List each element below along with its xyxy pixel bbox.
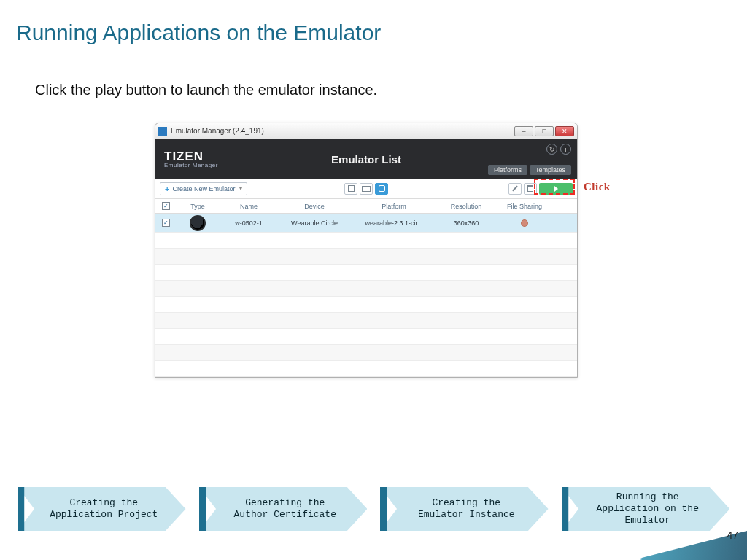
play-icon (554, 186, 558, 192)
create-label: Create New Emulator (172, 185, 235, 192)
col-platform: Platform (351, 199, 437, 213)
footer-decoration (557, 531, 747, 560)
table-row[interactable]: ✓ w-0502-1 Wearable Circle wearable-2.3.… (155, 214, 577, 233)
play-button[interactable] (539, 183, 573, 195)
toolbar: + Create New Emulator ▾ (155, 179, 577, 199)
page-number: 47 (727, 529, 738, 541)
tab-platforms[interactable]: Platforms (488, 165, 527, 175)
app-icon (158, 127, 167, 136)
process-strip: Creating the Application Project Generat… (18, 487, 729, 531)
app-header: TIZEN Emulator Manager Emulator List ↻ i… (155, 139, 577, 179)
cell-device: Wearable Circle (278, 219, 351, 227)
process-step-3: Creating the Emulator Instance (380, 487, 549, 531)
table-row (155, 361, 577, 377)
table-row (155, 345, 577, 361)
cell-name: w-0502-1 (220, 219, 278, 227)
svg-rect-1 (18, 487, 24, 531)
table-row (155, 265, 577, 281)
col-file-sharing: File Sharing (495, 199, 554, 213)
cell-platform: wearable-2.3.1-cir... (351, 219, 437, 227)
layout-rounded-icon[interactable] (375, 183, 388, 195)
svg-rect-5 (380, 487, 387, 531)
col-resolution: Resolution (437, 199, 495, 213)
process-step-2: Generating the Author Certificate (199, 487, 368, 531)
col-check: ✓ (155, 199, 176, 213)
table-row (155, 329, 577, 345)
table-row (155, 281, 577, 297)
refresh-icon[interactable]: ↻ (546, 144, 557, 155)
table-row (155, 313, 577, 329)
brand: TIZEN Emulator Manager (164, 150, 218, 168)
svg-rect-7 (562, 487, 568, 531)
layout-portrait-icon[interactable] (344, 183, 357, 195)
window-maximize-button[interactable]: □ (535, 126, 554, 136)
window-titlebar: Emulator Manager (2.4_191) – □ ✕ (155, 123, 577, 139)
window-title: Emulator Manager (2.4_191) (171, 127, 514, 135)
layout-landscape-icon[interactable] (360, 183, 373, 195)
file-sharing-indicator-icon (521, 219, 528, 227)
table-row (155, 297, 577, 313)
process-step-label: Creating the Emulator Instance (400, 497, 528, 521)
watch-device-icon (190, 215, 206, 231)
dropdown-icon: ▾ (239, 185, 242, 192)
emulator-manager-window: Emulator Manager (2.4_191) – □ ✕ TIZEN E… (155, 122, 578, 378)
process-step-4: Running the Application on the Emulator (562, 487, 730, 531)
column-header-row: ✓ Type Name Device Platform Resolution F… (155, 199, 577, 214)
table-row (155, 233, 577, 249)
row-checkbox[interactable]: ✓ (162, 219, 170, 227)
slide-instruction: Click the play button to launch the emul… (35, 82, 377, 98)
click-callout: Click (584, 181, 611, 193)
emulator-list-title: Emulator List (331, 153, 401, 166)
trash-icon (527, 185, 533, 192)
process-step-label: Creating the Application Project (32, 497, 171, 521)
process-step-label: Running the Application on the Emulator (579, 491, 712, 527)
process-step-label: Generating the Author Certificate (217, 497, 349, 521)
window-minimize-button[interactable]: – (514, 126, 533, 136)
tab-templates[interactable]: Templates (530, 165, 571, 175)
svg-rect-3 (199, 487, 206, 531)
brand-subtitle: Emulator Manager (164, 163, 218, 168)
cell-resolution: 360x360 (437, 219, 495, 227)
delete-button[interactable] (524, 183, 537, 195)
slide-title: Running Applications on the Emulator (16, 20, 381, 45)
brand-logo-text: TIZEN (164, 150, 218, 163)
emulator-table-body: ✓ w-0502-1 Wearable Circle wearable-2.3.… (155, 214, 577, 377)
table-row (155, 249, 577, 265)
pencil-icon (511, 185, 519, 192)
header-checkbox[interactable]: ✓ (162, 202, 170, 210)
plus-icon: + (165, 184, 169, 193)
col-type: Type (176, 199, 220, 213)
info-icon[interactable]: i (560, 144, 571, 155)
edit-button[interactable] (508, 183, 522, 195)
process-step-1: Creating the Application Project (18, 487, 186, 531)
col-device: Device (278, 199, 351, 213)
window-close-button[interactable]: ✕ (555, 126, 574, 136)
col-name: Name (220, 199, 278, 213)
create-new-emulator-button[interactable]: + Create New Emulator ▾ (160, 182, 247, 195)
